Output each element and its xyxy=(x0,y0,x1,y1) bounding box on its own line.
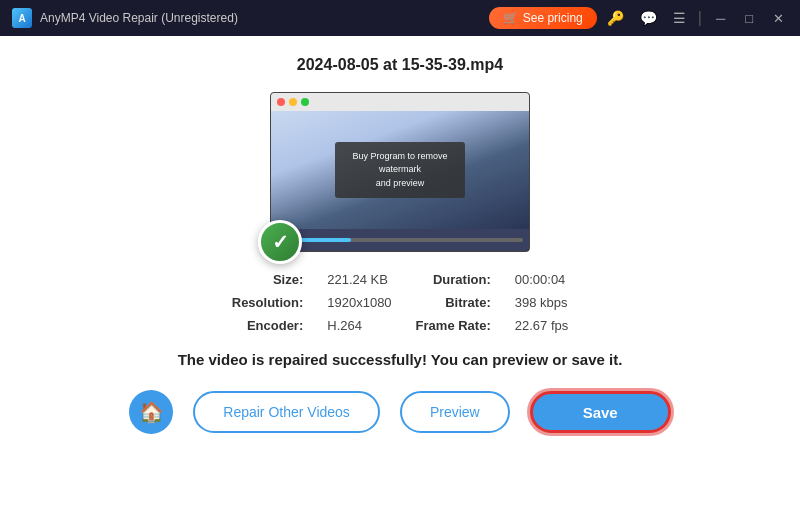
success-message: The video is repaired successfully! You … xyxy=(178,351,623,368)
app-title: AnyMP4 Video Repair (Unregistered) xyxy=(40,11,238,25)
check-badge: ✓ xyxy=(258,220,302,264)
info-grid: Size: 221.24 KB Duration: 00:00:04 Resol… xyxy=(232,272,568,333)
home-button[interactable]: 🏠 xyxy=(129,390,173,434)
dot-red xyxy=(277,98,285,106)
video-preview: Buy Program to remove watermark and prev… xyxy=(270,92,530,252)
frame-rate-value: 22.67 fps xyxy=(515,318,569,333)
dot-green xyxy=(301,98,309,106)
save-button[interactable]: Save xyxy=(530,391,671,433)
progress-bar xyxy=(277,238,523,242)
main-content: 2024-08-05 at 15-35-39.mp4 Buy Program t… xyxy=(0,36,800,519)
separator: | xyxy=(696,9,704,27)
title-bar: A AnyMP4 Video Repair (Unregistered) 🛒 S… xyxy=(0,0,800,36)
video-top-bar xyxy=(271,93,529,111)
cart-icon: 🛒 xyxy=(503,11,518,25)
home-icon: 🏠 xyxy=(139,400,164,424)
app-logo: A xyxy=(12,8,32,28)
video-preview-container: Buy Program to remove watermark and prev… xyxy=(270,92,530,252)
chat-icon[interactable]: 💬 xyxy=(634,6,663,30)
title-bar-left: A AnyMP4 Video Repair (Unregistered) xyxy=(12,8,238,28)
repair-other-button[interactable]: Repair Other Videos xyxy=(193,391,380,433)
bitrate-label: Bitrate: xyxy=(416,295,491,310)
title-bar-right: 🛒 See pricing 🔑 💬 ☰ | ─ □ ✕ xyxy=(489,6,792,30)
menu-icon[interactable]: ☰ xyxy=(667,6,692,30)
size-label: Size: xyxy=(232,272,304,287)
resolution-label: Resolution: xyxy=(232,295,304,310)
close-button[interactable]: ✕ xyxy=(765,7,792,30)
resolution-value: 1920x1080 xyxy=(327,295,391,310)
video-screen: Buy Program to remove watermark and prev… xyxy=(271,111,529,229)
bitrate-value: 398 kbps xyxy=(515,295,569,310)
maximize-button[interactable]: □ xyxy=(737,7,761,30)
video-inner: Buy Program to remove watermark and prev… xyxy=(271,93,529,251)
key-icon[interactable]: 🔑 xyxy=(601,6,630,30)
encoder-label: Encoder: xyxy=(232,318,304,333)
frame-rate-label: Frame Rate: xyxy=(416,318,491,333)
bottom-buttons: 🏠 Repair Other Videos Preview Save xyxy=(129,390,670,434)
size-value: 221.24 KB xyxy=(327,272,391,287)
see-pricing-button[interactable]: 🛒 See pricing xyxy=(489,7,597,29)
dot-yellow xyxy=(289,98,297,106)
duration-label: Duration: xyxy=(416,272,491,287)
encoder-value: H.264 xyxy=(327,318,391,333)
video-bottom-bar xyxy=(271,229,529,251)
file-name: 2024-08-05 at 15-35-39.mp4 xyxy=(297,56,503,74)
buy-overlay: Buy Program to remove watermark and prev… xyxy=(335,142,465,199)
duration-value: 00:00:04 xyxy=(515,272,569,287)
preview-button[interactable]: Preview xyxy=(400,391,510,433)
minimize-button[interactable]: ─ xyxy=(708,7,733,30)
